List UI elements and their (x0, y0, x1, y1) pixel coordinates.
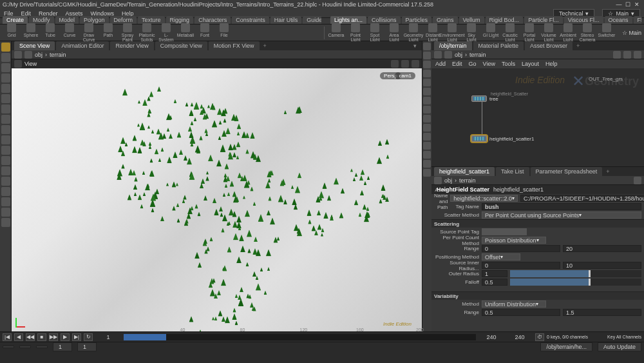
menu-help[interactable]: Help (122, 10, 134, 17)
node-tree[interactable]: tree (471, 95, 498, 102)
frame-end2[interactable]: 240 (507, 334, 533, 340)
shelf-spray-paint[interactable]: Spray Paint (118, 23, 137, 42)
add-params-tab[interactable]: + (603, 168, 612, 175)
tool-3[interactable] (1, 74, 10, 83)
nav-back-icon[interactable] (14, 51, 22, 59)
ppc-method-dropdown[interactable]: Poisson Distribution ▾ (482, 237, 546, 244)
shelf-sky-light[interactable]: Sky Light (462, 23, 480, 42)
disp-opt-10[interactable] (423, 124, 431, 132)
play-first-button[interactable]: |◀ (3, 333, 12, 341)
tab-params[interactable]: heightfield_scatter1 (434, 167, 495, 176)
net-menu-add[interactable]: Add (435, 61, 446, 67)
tool-12[interactable] (1, 166, 10, 175)
inner-min-field[interactable]: 0 (482, 262, 560, 269)
net-menu-tools[interactable]: Tools (502, 61, 515, 67)
play-loop-button[interactable]: ↻ (84, 333, 93, 341)
status-field-2[interactable] (19, 346, 31, 348)
view-orient-icon[interactable] (401, 60, 409, 68)
var-range-max-field[interactable]: 1.5 (563, 309, 641, 316)
tool-6[interactable] (1, 104, 10, 113)
frame-end[interactable]: 240 (478, 334, 504, 340)
tool-7[interactable] (1, 115, 10, 124)
path-obj[interactable]: obj (35, 52, 43, 58)
shelf-platonic-solids[interactable]: Platonic Solids (138, 23, 156, 42)
shelf-metaball[interactable]: Metaball (176, 23, 194, 42)
maximize-button[interactable]: ☐ (623, 0, 632, 9)
shelf-font[interactable]: Font (196, 23, 214, 42)
tool-select[interactable] (1, 43, 10, 52)
tool-2[interactable] (1, 63, 10, 72)
net-path-terrain[interactable]: terrain (469, 52, 486, 58)
net-pin-icon[interactable] (613, 51, 621, 59)
disp-opt-14[interactable] (423, 160, 431, 168)
menu-windows[interactable]: Windows (91, 10, 115, 17)
disp-opt-11[interactable] (423, 133, 431, 141)
menu-render[interactable]: Render (39, 10, 58, 17)
disp-opt-6[interactable] (423, 88, 431, 95)
view-lock-icon[interactable] (14, 60, 22, 68)
disp-opt-7[interactable] (423, 97, 431, 104)
net-menu-go[interactable]: Go (469, 61, 477, 67)
add-tab[interactable]: + (261, 43, 269, 49)
tab-composite-view[interactable]: Composite View (155, 41, 207, 50)
viewport-cam-badge[interactable]: cam1 (395, 72, 415, 79)
net-path-obj[interactable]: obj (455, 52, 462, 58)
status-field-1[interactable] (3, 346, 14, 348)
view-display-icon[interactable] (391, 60, 399, 68)
tool-5[interactable] (1, 94, 10, 103)
tab-scene-view[interactable]: Scene View (14, 41, 55, 50)
net-menu-edit[interactable]: Edit (452, 61, 462, 67)
scatter-method-dropdown[interactable]: Per Point Count using Source Points ▾ (482, 211, 641, 219)
tool-snap4[interactable] (1, 208, 10, 217)
inner-max-field[interactable]: 10 (563, 262, 641, 269)
falloff-field[interactable]: 0.5 (482, 279, 507, 286)
net-add-icon[interactable] (623, 51, 631, 59)
shelf-stereo-camera[interactable]: Stereo Camera (578, 23, 596, 42)
viewport-3d[interactable]: Persp cam1 Indie Edition (12, 68, 422, 331)
posmethod-dropdown[interactable]: Offset ▾ (482, 253, 520, 260)
play-next-button[interactable]: ▶ (61, 333, 70, 341)
shelf-tab-r-9[interactable]: Fluid Con... (634, 16, 641, 24)
falloff-slider[interactable] (510, 279, 641, 286)
shelf-environment-light[interactable]: Environment Light (443, 23, 461, 42)
shelf-camera[interactable]: Camera (327, 23, 345, 42)
outer-radius-field[interactable]: 1 (482, 270, 507, 277)
shelf-caustic-light[interactable]: Caustic Light (501, 23, 519, 42)
key-all-button[interactable]: Key All Channels (607, 335, 641, 339)
outer-radius-slider[interactable] (510, 270, 641, 277)
params-nodename[interactable]: heightfield_scatter1 (493, 186, 544, 193)
auto-update-dropdown[interactable]: Auto Update (598, 342, 641, 351)
section-variability[interactable]: Variability (431, 291, 644, 300)
shelf-curve[interactable]: Curve (61, 23, 79, 42)
realtime-toggle[interactable]: ⏱ (535, 333, 544, 341)
tool-4[interactable] (1, 84, 10, 93)
view-split-icon[interactable] (412, 60, 419, 68)
tool-snap3[interactable] (1, 197, 10, 206)
frame-current[interactable]: 1 (53, 342, 72, 351)
minimize-button[interactable]: — (614, 0, 623, 9)
range-max-field[interactable]: 20 (563, 245, 641, 252)
close-button[interactable]: ✕ (632, 0, 641, 9)
net-menu-icon[interactable] (634, 51, 641, 59)
tool-1[interactable] (1, 53, 10, 62)
disp-opt-2[interactable] (423, 52, 431, 59)
node-heightfield-scatter[interactable]: heightfield_scatter1 (471, 135, 534, 142)
range-min-field[interactable]: 0 (482, 245, 560, 252)
asset-name-dropdown[interactable]: heightfield::scatter::2.0 ▾ (450, 195, 518, 202)
frame-step[interactable]: 1 (77, 342, 97, 351)
shelf-path[interactable]: Path (99, 23, 117, 42)
shelf-l-system[interactable]: L-System (157, 23, 175, 42)
var-range-min-field[interactable]: 0.5 (482, 309, 560, 316)
tool-snap1[interactable] (1, 177, 10, 186)
disp-opt-1[interactable] (423, 43, 431, 50)
network-canvas[interactable]: Geometry Indie Edition ✕ OUT_Tree_grs tr… (431, 68, 644, 166)
menu-edit[interactable]: Edit (21, 10, 32, 17)
disp-opt-13[interactable] (423, 151, 431, 159)
shelf-main-dropdown[interactable]: ☆ Main (622, 30, 641, 36)
disp-opt-3[interactable] (423, 61, 431, 68)
tool-snap2[interactable] (1, 187, 10, 196)
shelf-area-light[interactable]: Area Light (385, 23, 403, 42)
tab-param-spreadsheet[interactable]: Parameter Spreadsheet (531, 167, 603, 176)
shelf-volume-light[interactable]: Volume Light (540, 23, 558, 42)
pp-add-icon[interactable] (634, 177, 641, 184)
